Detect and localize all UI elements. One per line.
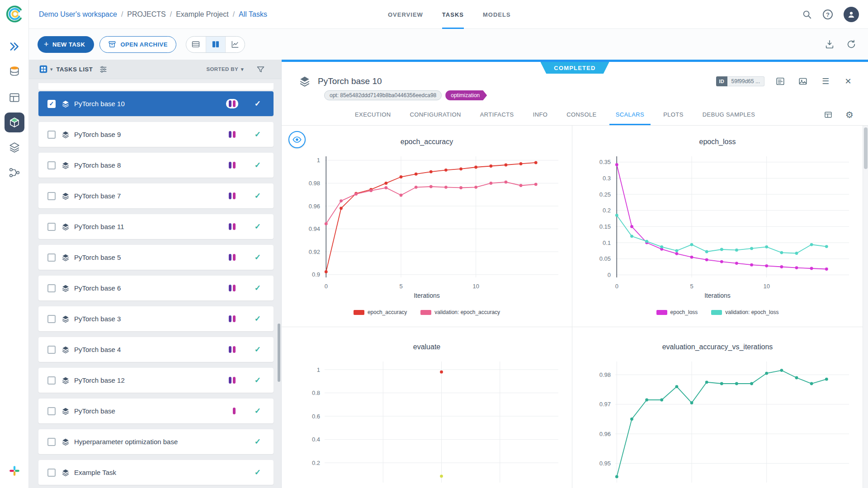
download-icon[interactable]: [825, 39, 835, 49]
view-toggle-details[interactable]: [225, 37, 245, 52]
layout-selector-icon[interactable]: [39, 65, 48, 74]
task-row[interactable]: ✓ PyTorch base 9 ✓: [38, 122, 274, 147]
task-name: PyTorch base 4: [74, 346, 229, 353]
tab-models[interactable]: MODELS: [483, 0, 511, 29]
open-archive-button[interactable]: OPEN ARCHIVE: [99, 36, 176, 53]
tab-execution[interactable]: EXECUTION: [349, 105, 397, 125]
task-row[interactable]: ✓ PyTorch base ✓: [38, 399, 274, 423]
search-icon[interactable]: [802, 9, 812, 19]
task-checkbox[interactable]: ✓: [47, 161, 56, 169]
tab-console[interactable]: CONSOLE: [560, 105, 603, 125]
nav-icon-pipelines[interactable]: [9, 167, 20, 178]
task-checkbox[interactable]: ✓: [47, 100, 56, 108]
completed-check-icon: ✓: [255, 375, 261, 385]
refresh-icon[interactable]: [846, 39, 856, 49]
tab-scalars[interactable]: SCALARS: [609, 105, 651, 125]
breadcrumb-all-tasks[interactable]: All Tasks: [239, 10, 267, 19]
task-row[interactable]: ✓ PyTorch base 12 ✓: [38, 368, 274, 393]
task-row[interactable]: ✓ PyTorch base 10 ✓: [38, 91, 274, 116]
chart-plot[interactable]: 0.950.960.970.98: [572, 357, 863, 488]
legend-item[interactable]: epoch_loss: [656, 309, 698, 315]
task-row[interactable]: ✓ PyTorch base 6 ✓: [38, 276, 274, 300]
legend-item[interactable]: validation: epoch_loss: [711, 309, 778, 315]
table-view-icon[interactable]: [824, 110, 833, 119]
tab-info[interactable]: INFO: [527, 105, 554, 125]
filter-icon[interactable]: [256, 65, 265, 74]
task-row[interactable]: ✓ PyTorch base 3 ✓: [38, 306, 274, 331]
view-toggle-split[interactable]: [206, 37, 225, 52]
breadcrumb-project[interactable]: Example Project: [176, 10, 229, 19]
task-checkbox[interactable]: ✓: [47, 223, 56, 231]
completed-check-icon: ✓: [255, 253, 261, 262]
chart-plot[interactable]: 00.050.10.150.20.250.30.350510: [572, 152, 863, 292]
task-row[interactable]: ✓ PyTorch base 11 ✓: [38, 214, 274, 239]
task-checkbox[interactable]: ✓: [47, 284, 56, 292]
layout-caret-icon[interactable]: ▾: [50, 66, 53, 72]
sorted-by-control[interactable]: SORTED BY ▾: [206, 66, 244, 72]
tab-plots[interactable]: PLOTS: [657, 105, 690, 125]
detail-scrollbar-thumb[interactable]: [864, 127, 868, 169]
toolbar: + NEW TASK OPEN ARCHIVE: [29, 29, 868, 60]
id-value[interactable]: 59f99d65 ...: [727, 76, 764, 86]
task-row[interactable]: ✓ Hyperparameter optimization base ✓: [38, 429, 274, 454]
model-badge: [233, 408, 236, 414]
tag-opt[interactable]: opt: 85e5482ddd7149b8ba0446356eedca98: [324, 90, 442, 100]
nav-icon-datasets[interactable]: [9, 65, 20, 77]
chart-plot[interactable]: 0.90.920.940.960.9810510: [282, 152, 572, 292]
chart-plot[interactable]: 0.20.40.60.81: [282, 357, 572, 488]
task-row[interactable]: ✓ PyTorch base 7 ✓: [38, 183, 274, 208]
hide-metrics-eye-button[interactable]: [288, 131, 306, 148]
menu-icon[interactable]: ☰: [821, 76, 830, 86]
tasks-list-scrollbar[interactable]: [278, 324, 280, 382]
model-badge: [229, 346, 236, 353]
task-checkbox[interactable]: ✓: [47, 438, 56, 446]
task-checkbox[interactable]: ✓: [47, 376, 56, 385]
task-row[interactable]: ✓ PyTorch base 8 ✓: [38, 153, 274, 178]
task-checkbox[interactable]: ✓: [47, 315, 56, 323]
task-row-partial[interactable]: [38, 83, 274, 90]
svg-text:0.05: 0.05: [599, 255, 611, 262]
svg-text:0.98: 0.98: [599, 371, 611, 378]
column-settings-icon[interactable]: [99, 65, 108, 74]
nav-icon-projects-active[interactable]: [5, 113, 24, 132]
tasks-panel: ▾ TASKS LIST SORTED BY ▾ ✓: [29, 60, 281, 488]
tab-overview[interactable]: OVERVIEW: [388, 0, 423, 29]
view-toggle-table[interactable]: [186, 37, 206, 52]
nav-icon-slack-community[interactable]: [9, 465, 20, 477]
nav-icon-reports[interactable]: [9, 92, 20, 103]
task-checkbox[interactable]: ✓: [47, 407, 56, 415]
tab-tasks[interactable]: TASKS: [442, 0, 464, 29]
task-row[interactable]: ✓ Example Task ✓: [38, 460, 274, 485]
avatar[interactable]: [844, 7, 859, 22]
task-checkbox[interactable]: ✓: [47, 346, 56, 354]
tab-configuration[interactable]: CONFIGURATION: [403, 105, 467, 125]
image-icon[interactable]: [798, 76, 808, 86]
close-icon[interactable]: ✕: [843, 76, 853, 86]
task-checkbox[interactable]: ✓: [47, 469, 56, 477]
task-checkbox[interactable]: ✓: [47, 253, 56, 262]
tab-artifacts[interactable]: ARTIFACTS: [474, 105, 520, 125]
nav-icon-models[interactable]: [9, 141, 20, 153]
breadcrumb-projects[interactable]: PROJECTS: [127, 10, 165, 19]
task-row[interactable]: ✓ PyTorch base 5 ✓: [38, 245, 274, 270]
tag-optimization[interactable]: optimization: [445, 90, 487, 100]
task-type-icon: [61, 315, 70, 323]
tab-debug-samples[interactable]: DEBUG SAMPLES: [696, 105, 761, 125]
task-row[interactable]: ✓ PyTorch base 4 ✓: [38, 337, 274, 362]
new-task-button[interactable]: + NEW TASK: [38, 36, 94, 53]
chart-xlabel: Iterations: [572, 292, 863, 300]
task-type-icon: [61, 223, 70, 231]
task-checkbox[interactable]: ✓: [47, 131, 56, 139]
breadcrumb-workspace[interactable]: Demo User's workspace: [39, 10, 117, 19]
nav-icon-getting-started[interactable]: [9, 41, 20, 52]
model-badge: [229, 162, 236, 169]
clearml-logo[interactable]: [5, 5, 24, 23]
console-icon[interactable]: [775, 76, 785, 86]
settings-gear-icon[interactable]: ⚙: [844, 110, 854, 120]
legend-item[interactable]: validation: epoch_accuracy: [420, 309, 500, 315]
task-checkbox[interactable]: ✓: [47, 192, 56, 200]
legend-item[interactable]: epoch_accuracy: [354, 309, 407, 315]
task-id-badge[interactable]: ID 59f99d65 ...: [716, 76, 764, 86]
detail-scrollbar-track[interactable]: [863, 126, 868, 488]
help-icon[interactable]: ?: [823, 9, 833, 19]
